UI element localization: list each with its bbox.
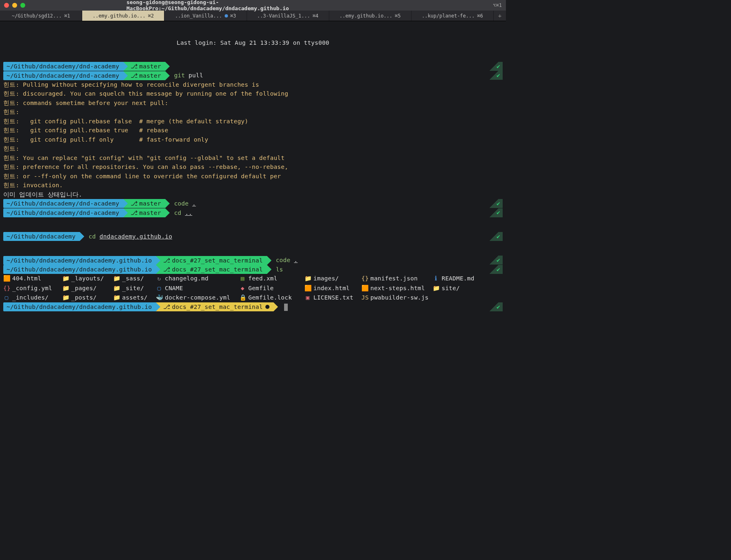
- file-icon: {}: [361, 274, 368, 283]
- dirty-icon: [225, 14, 228, 18]
- tabbar: ~/Github/sgd12...⌘1..emy.github.io...⌘2.…: [0, 11, 506, 21]
- last-login: Last login: Sat Aug 21 13:33:39 on ttys0…: [3, 38, 503, 47]
- list-item: 🟧404.html: [3, 274, 62, 283]
- minimize-icon[interactable]: [12, 3, 17, 8]
- file-name: _sass/: [122, 274, 144, 283]
- file-name: changelog.md: [165, 274, 208, 283]
- prompt-line: ~/Github/dndacademy/dndacademy.github.io…: [3, 265, 503, 274]
- close-icon[interactable]: [4, 3, 9, 8]
- prompt-line: ~/Github/dndacademy/dnd-academy ⎇master …: [3, 199, 503, 208]
- list-item: 🟧index.html: [304, 284, 361, 293]
- list-item: ▤feed.xml: [239, 274, 304, 283]
- file-name: assets/: [122, 293, 148, 302]
- list-item: 📁site/: [433, 284, 503, 293]
- file-name: site/: [442, 284, 460, 293]
- list-item: 🔒Gemfile.lock: [239, 293, 304, 302]
- list-item: 📁assets/: [113, 293, 156, 302]
- titlebar: seong-gidong@seong-gidong-ui-MacBookPro:…: [0, 0, 506, 11]
- tab-label: ..3-VanillaJS_1...: [257, 13, 310, 19]
- tab-shortcut: ⌘1: [64, 13, 70, 19]
- file-icon: 📁: [62, 284, 69, 293]
- terminal-output[interactable]: Last login: Sat Aug 21 13:33:39 on ttys0…: [0, 21, 506, 315]
- traffic-lights: [4, 3, 25, 8]
- file-icon: ▢: [3, 293, 10, 302]
- file-icon: 📁: [62, 293, 69, 302]
- prompt-line: ~/Github/dndacademy/dnd-academy ⎇master …: [3, 71, 503, 80]
- branch-segment-dirty: ⎇docs_#27_set_mac_terminal: [156, 302, 273, 311]
- tab-label: ..kup/planet-fe...: [422, 13, 475, 19]
- list-item: JSpwabuilder-sw.js: [361, 293, 433, 302]
- path-segment: ~/Github/dndacademy/dnd-academy: [3, 62, 123, 71]
- list-item: 📁images/: [304, 274, 361, 283]
- file-icon: 🟧: [304, 284, 311, 293]
- prompt-line-active[interactable]: ~/Github/dndacademy/dndacademy.github.io…: [3, 302, 503, 311]
- zoom-icon[interactable]: [20, 3, 25, 8]
- file-icon: JS: [361, 293, 368, 302]
- file-icon: 📁: [62, 274, 69, 283]
- file-name: README.md: [442, 274, 474, 283]
- tab[interactable]: ..3-VanillaJS_1...⌘4: [247, 11, 329, 21]
- list-item: {}_config.yml: [3, 284, 62, 293]
- tab-label: ..emy.github.io...: [93, 13, 146, 19]
- file-name: 404.html: [12, 274, 41, 283]
- tab[interactable]: ..ion_Vanilla...⌘3: [164, 11, 247, 21]
- list-item: {}manifest.json: [361, 274, 433, 283]
- tab-shortcut: ⌘4: [313, 13, 318, 19]
- file-icon: 🐳: [156, 293, 162, 302]
- file-name: CNAME: [165, 284, 183, 293]
- file-name: manifest.json: [370, 274, 418, 283]
- file-icon: ℹ: [433, 274, 439, 283]
- file-name: images/: [313, 274, 339, 283]
- file-name: pwabuilder-sw.js: [370, 293, 429, 302]
- tab-label: ..ion_Vanilla...: [175, 13, 222, 19]
- file-icon: ▣: [304, 293, 311, 302]
- tab-label: ~/Github/sgd12...: [12, 13, 62, 19]
- file-name: _posts/: [71, 293, 97, 302]
- list-item: ▢CNAME: [156, 284, 239, 293]
- file-icon: 🔒: [239, 293, 246, 302]
- list-item: ↻changelog.md: [156, 274, 239, 283]
- cursor: [284, 304, 288, 311]
- tab-shortcut: ⌘3: [230, 13, 236, 19]
- file-name: _includes/: [12, 293, 48, 302]
- file-icon: ↻: [156, 274, 162, 283]
- file-name: _site/: [122, 284, 144, 293]
- titlebar-shortcut: ⌥⌘1: [493, 2, 502, 8]
- list-item: ◆Gemfile: [239, 284, 304, 293]
- list-item: ℹREADME.md: [433, 274, 503, 283]
- file-name: _layouts/: [71, 274, 104, 283]
- list-item: 📁_posts/: [62, 293, 113, 302]
- file-icon: 📁: [113, 284, 120, 293]
- file-name: index.html: [313, 284, 350, 293]
- tab[interactable]: ..kup/planet-fe...⌘6: [411, 11, 494, 21]
- file-name: docker-compose.yml: [165, 293, 230, 302]
- list-item: 🐳docker-compose.yml: [156, 293, 239, 302]
- prompt-line: ~/Github/dndacademy cd dndacademy.github…: [3, 232, 503, 241]
- file-icon: ◆: [239, 284, 246, 293]
- tab[interactable]: ~/Github/sgd12...⌘1: [0, 11, 82, 21]
- file-icon: 📁: [433, 284, 439, 293]
- list-item: 🟧next-steps.html: [361, 284, 433, 293]
- tab[interactable]: ..emy.github.io...⌘2: [82, 11, 164, 21]
- branch-segment: ⎇master: [123, 62, 165, 71]
- file-icon: ▤: [239, 274, 246, 283]
- file-icon: 🟧: [3, 274, 10, 283]
- list-item: 📁_pages/: [62, 284, 113, 293]
- list-item: 📁_layouts/: [62, 274, 113, 283]
- window-title: seong-gidong@seong-gidong-ui-MacBookPro:…: [127, 0, 380, 11]
- list-item: 📁_sass/: [113, 274, 156, 283]
- check-icon: ✔: [490, 71, 503, 80]
- file-icon: 🟧: [361, 284, 368, 293]
- tab-shortcut: ⌘2: [148, 13, 154, 19]
- file-icon: 📁: [113, 293, 120, 302]
- ls-output: 🟧404.html📁_layouts/📁_sass/↻changelog.md▤…: [3, 274, 503, 302]
- dirty-icon: [265, 305, 269, 309]
- tab[interactable]: ..emy.github.io...⌘5: [329, 11, 411, 21]
- file-name: Gemfile: [248, 284, 274, 293]
- file-icon: ▢: [156, 284, 162, 293]
- branch-icon: ⎇: [131, 63, 138, 70]
- prompt-line: ~/Github/dndacademy/dnd-academy ⎇master …: [3, 62, 503, 71]
- file-name: _config.yml: [12, 284, 52, 293]
- file-name: feed.xml: [248, 274, 277, 283]
- add-tab-button[interactable]: +: [494, 11, 506, 21]
